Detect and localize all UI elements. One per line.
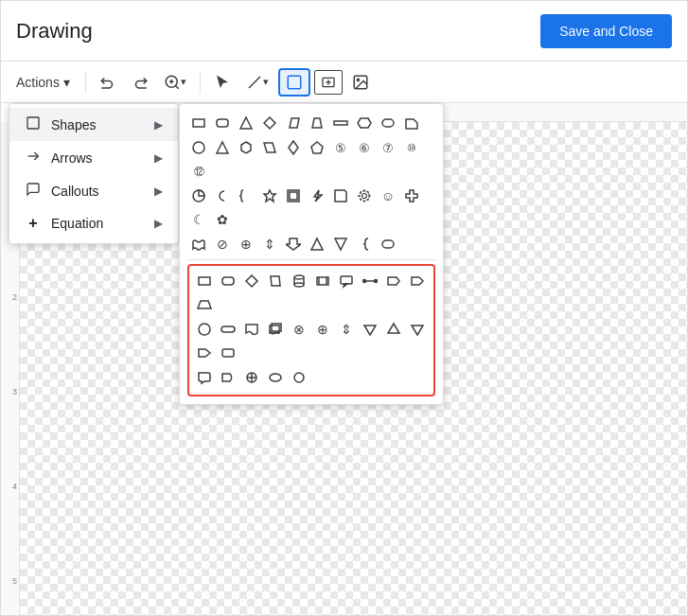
shapes-flowchart-row-3 [193, 366, 430, 389]
toolbar-divider-2 [200, 71, 201, 94]
shape-rect-narrow[interactable] [329, 112, 352, 134]
shape-triangle-down[interactable] [329, 233, 352, 255]
shape-up-triangle[interactable] [382, 318, 405, 341]
shape-rounded-small[interactable] [377, 233, 399, 255]
svg-marker-24 [217, 142, 228, 153]
shape-pie[interactable] [187, 185, 210, 207]
shape-trapezoid-2[interactable] [193, 293, 216, 316]
svg-marker-38 [335, 238, 346, 250]
shape-rounded-rect-2[interactable] [377, 112, 399, 134]
shape-parallelogram[interactable] [282, 112, 305, 134]
shape-document[interactable] [240, 318, 263, 341]
ruler-mark-left-5: 5 [12, 576, 17, 586]
zoom-button[interactable]: ▾ [158, 70, 192, 95]
shapes-flowchart-row-2: ⊗ ⊕ ⇕ [193, 318, 430, 364]
shape-predefined[interactable] [311, 270, 334, 292]
shape-circle-10[interactable]: ⑩ [400, 136, 423, 159]
shape-delay[interactable] [217, 366, 239, 389]
shape-wave[interactable] [187, 233, 210, 255]
shape-hexagon-horiz[interactable] [353, 112, 376, 134]
shape-triangle[interactable] [235, 112, 257, 134]
arrows-chevron-right: ▶ [154, 151, 163, 165]
shape-snipped-rect[interactable] [400, 112, 423, 134]
svg-rect-40 [199, 277, 210, 285]
shape-decision[interactable] [240, 270, 263, 292]
shape-kite[interactable] [282, 136, 305, 159]
shape-callout-bubble[interactable] [193, 366, 216, 389]
shape-v-triangle[interactable] [406, 318, 429, 341]
shape-circle-7[interactable]: ⑦ [377, 136, 399, 159]
shape-process[interactable] [193, 270, 216, 292]
shapes-menu-label: Shapes [51, 117, 96, 132]
shape-diamond[interactable] [258, 112, 281, 134]
shape-alt-process[interactable] [217, 270, 239, 292]
shape-arrow-down[interactable] [282, 233, 305, 255]
shape-circle-5[interactable]: ⑤ [329, 136, 352, 159]
shape-cross[interactable] [400, 185, 423, 207]
shape-no-entry[interactable]: ⊗ [288, 318, 310, 341]
shape-double-arrow[interactable]: ⇕ [335, 318, 358, 341]
select-button[interactable] [208, 70, 237, 95]
line-tool-button[interactable]: ▾ [240, 70, 274, 95]
shape-gear[interactable] [353, 185, 376, 207]
shape-circle-12[interactable]: ⑫ [187, 160, 210, 183]
shape-circle-6[interactable]: ⑥ [353, 136, 376, 159]
svg-marker-42 [246, 275, 257, 287]
shape-tool-button[interactable] [278, 68, 310, 97]
shape-rounded-rect[interactable] [211, 112, 234, 134]
shape-chevron[interactable] [382, 270, 405, 292]
shape-cylinder[interactable] [288, 270, 310, 292]
save-close-button[interactable]: Save and Close [540, 14, 672, 48]
shape-tall-rect[interactable] [193, 342, 216, 364]
shape-sun[interactable]: ✿ [211, 208, 234, 231]
shape-bracket[interactable] [235, 185, 257, 207]
menu-item-callouts[interactable]: Callouts ▶ [9, 174, 178, 207]
shape-triangle-outline[interactable] [306, 233, 328, 255]
shape-data[interactable] [264, 270, 287, 292]
shape-frame[interactable] [282, 185, 305, 207]
shape-plus-circle[interactable]: ⊕ [235, 233, 257, 255]
shape-lightning[interactable] [306, 185, 328, 207]
shape-pentagon-arrow[interactable] [406, 270, 429, 292]
shape-merge[interactable] [240, 366, 263, 389]
shape-cloud-callout[interactable] [335, 270, 358, 292]
shape-triangle-2[interactable] [211, 136, 234, 159]
shape-multidoc[interactable] [264, 318, 287, 341]
svg-marker-16 [264, 117, 275, 129]
shape-pentagon[interactable] [306, 136, 328, 159]
shape-moon[interactable]: ☾ [187, 208, 210, 231]
shape-circle[interactable] [187, 136, 210, 159]
shape-parallelogram-2[interactable] [258, 136, 281, 159]
shape-connector[interactable] [359, 270, 381, 292]
svg-marker-27 [289, 141, 298, 154]
shape-oval[interactable] [264, 366, 287, 389]
shape-down-triangle[interactable] [359, 318, 381, 341]
image-tool-button[interactable] [346, 70, 375, 95]
shape-trapezoid[interactable] [306, 112, 328, 134]
shape-wide-rect[interactable] [217, 342, 239, 364]
undo-button[interactable] [94, 70, 122, 95]
shape-smiley[interactable]: ☺ [377, 185, 399, 207]
menu-item-shapes[interactable]: Shapes ▶ [9, 108, 178, 141]
svg-point-72 [294, 373, 304, 382]
shape-hexagon[interactable] [235, 136, 257, 159]
shape-stadium[interactable] [217, 318, 239, 341]
shape-star[interactable] [258, 185, 281, 207]
menu-item-arrows[interactable]: Arrows ▶ [9, 141, 178, 174]
shape-circle-small[interactable] [288, 366, 310, 389]
shape-brace-left[interactable] [353, 233, 376, 255]
textbox-tool-button[interactable] [314, 70, 343, 95]
shape-updown[interactable]: ⇕ [258, 233, 281, 255]
menu-item-equation[interactable]: + Equation ▶ [9, 207, 178, 239]
redo-button[interactable] [126, 70, 154, 95]
shape-no-symbol[interactable]: ⊘ [211, 233, 234, 255]
shape-plus-target[interactable]: ⊕ [311, 318, 334, 341]
svg-marker-22 [406, 119, 417, 129]
shape-rectangle[interactable] [187, 112, 210, 134]
shape-snip-corner[interactable] [329, 185, 352, 207]
actions-button[interactable]: Actions ▾ [9, 71, 78, 94]
arrows-menu-label: Arrows [51, 150, 93, 166]
shape-terminal[interactable] [193, 318, 216, 341]
equation-chevron-right: ▶ [154, 217, 163, 230]
shape-crescent[interactable] [211, 185, 234, 207]
